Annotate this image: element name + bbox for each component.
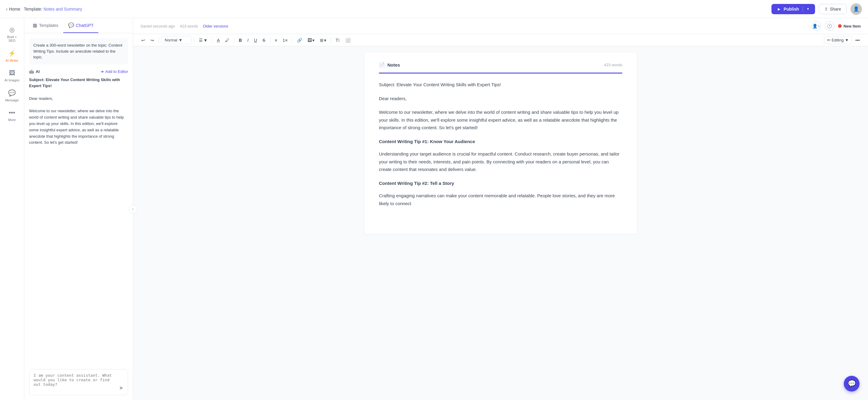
sidebar-item-ai-writer-label: AI Writer: [5, 59, 19, 62]
editor-meta-left: Saved seconds ago 423 words Older versio…: [141, 24, 228, 28]
redo-icon: ↪: [150, 38, 154, 43]
template-prefix: Template:: [24, 7, 42, 11]
sidebar-item-more[interactable]: ••• More: [1, 106, 23, 125]
link-button[interactable]: 🔗: [295, 36, 304, 44]
ai-robot-icon: 🤖: [29, 69, 34, 74]
doc-body[interactable]: Subject: Elevate Your Content Writing Sk…: [379, 81, 622, 207]
subject-line: Subject: Elevate Your Content Writing Sk…: [379, 81, 622, 89]
clock-icon-button[interactable]: 🕐: [825, 21, 834, 31]
template-name: Notes and Summary: [43, 7, 82, 11]
tab-chatgpt[interactable]: 💬 ChatGPT: [63, 18, 98, 33]
share-upload-icon: ⇧: [825, 7, 828, 11]
align-icon: ☰: [199, 38, 203, 43]
doc-word-count: 423 words: [604, 63, 622, 67]
ai-response-area: 🤖 AI ➔ Add to Editor Subject: Elevate Yo…: [24, 69, 133, 366]
publish-button[interactable]: ► Publish ▼: [771, 4, 815, 14]
highlight-button[interactable]: 🖊: [223, 36, 231, 44]
bold-button[interactable]: B: [237, 36, 244, 44]
new-item-label: New Item: [843, 24, 861, 28]
ai-writer-icon: ⚡: [8, 50, 16, 57]
tip2-title: Content Writing Tip #2: Tell a Story: [379, 179, 622, 187]
italic-icon: I: [247, 38, 248, 43]
share-label: Share: [830, 7, 841, 11]
text-color-icon: A: [217, 38, 220, 43]
underline-button[interactable]: U: [252, 36, 259, 44]
strikethrough-button[interactable]: S: [260, 36, 267, 44]
editor-toolbar: ↩ ↪ Normal ▼ ☰ ▼ A 🖊 B I U S ≡ 1≡ 🔗: [133, 34, 868, 46]
ai-response-text: Subject: Elevate Your Content Writing Sk…: [29, 77, 128, 146]
add-to-editor-label: Add to Editor: [105, 69, 128, 74]
sidebar-item-brief-seo[interactable]: ◎ Brief + SEO: [1, 23, 23, 45]
align-chevron-icon: ▼: [204, 38, 208, 43]
tip1-body: Understanding your target audience is cr…: [379, 150, 622, 173]
share-button[interactable]: ⇧ Share: [819, 4, 847, 14]
icon-sidebar: ◎ Brief + SEO ⚡ AI Writer 🖼 AI Images 💬 …: [0, 18, 24, 400]
panel-collapse-button[interactable]: ›: [129, 205, 137, 213]
toolbar-divider-2: [194, 37, 194, 43]
publish-arrow-icon: ►: [777, 7, 781, 11]
sidebar-item-ai-images[interactable]: 🖼 AI Images: [1, 67, 23, 85]
highlight-icon: 🖊: [225, 38, 229, 43]
editor-meta-right: 👤+ 🕐 New Item: [811, 21, 861, 31]
undo-button[interactable]: ↩: [139, 36, 147, 44]
prompt-box: Create a 300-word newsletter on the topi…: [29, 38, 128, 64]
ai-images-icon: 🖼: [9, 70, 15, 76]
brief-seo-icon: ◎: [9, 26, 14, 33]
special-char-icon: ⬜: [345, 38, 350, 43]
strikethrough-icon: S: [262, 38, 265, 43]
add-user-icon-button[interactable]: 👤+: [811, 21, 821, 31]
topbar-right: ► Publish ▼ ⇧ Share 👤: [771, 3, 862, 15]
bullet-list-icon: ≡: [275, 38, 277, 43]
panel-content: Create a 300-word newsletter on the topi…: [24, 33, 133, 400]
more-options-icon: •••: [855, 38, 860, 43]
sidebar-item-message[interactable]: 💬 Message: [1, 86, 23, 105]
bullet-list-button[interactable]: ≡: [273, 36, 279, 44]
panel-tabs: ▦ Templates 💬 ChatGPT: [24, 18, 133, 33]
editing-label: Editing: [832, 38, 844, 42]
add-to-editor-icon: ➔: [100, 69, 104, 74]
table-button[interactable]: ⊞▾: [318, 36, 329, 44]
align-button[interactable]: ☰ ▼: [197, 36, 210, 44]
clock-icon: 🕐: [827, 24, 832, 28]
doc-title-text: Notes: [388, 62, 400, 67]
clear-format-button[interactable]: T⃠: [334, 36, 342, 44]
editor-content-wrapper[interactable]: 📄 Notes 423 words Subject: Elevate Your …: [133, 46, 868, 400]
format-label: Normal: [165, 38, 177, 42]
tab-templates[interactable]: ▦ Templates: [28, 18, 63, 33]
redo-button[interactable]: ↪: [148, 36, 156, 44]
tip2-body: Crafting engaging narratives can make yo…: [379, 192, 622, 207]
text-color-button[interactable]: A: [215, 36, 222, 44]
prompt-text: Create a 300-word newsletter on the topi…: [33, 43, 122, 59]
toolbar-divider-1: [159, 37, 159, 43]
format-selector[interactable]: Normal ▼: [161, 36, 192, 44]
toolbar-divider-6: [292, 37, 292, 43]
new-item-button[interactable]: New Item: [838, 24, 861, 28]
chat-send-button[interactable]: ➤: [119, 384, 123, 391]
more-options-button[interactable]: •••: [853, 36, 862, 44]
publish-divider: [803, 6, 803, 12]
sidebar-item-ai-images-label: AI Images: [4, 79, 20, 82]
doc-header: 📄 Notes 423 words: [379, 62, 622, 73]
special-char-button[interactable]: ⬜: [343, 36, 352, 44]
sidebar-item-brief-seo-label: Brief + SEO: [4, 35, 21, 42]
saved-text: Saved seconds ago: [141, 24, 175, 28]
chat-bubble-button[interactable]: 💬: [844, 376, 860, 392]
editor-document: 📄 Notes 423 words Subject: Elevate Your …: [364, 52, 637, 234]
tab-chatgpt-label: ChatGPT: [76, 23, 94, 28]
back-home-link[interactable]: ‹ Home: [6, 7, 20, 11]
avatar[interactable]: 👤: [850, 3, 862, 15]
toolbar-divider-5: [270, 37, 270, 43]
numbered-list-button[interactable]: 1≡: [281, 36, 290, 44]
older-versions-link[interactable]: Older versions: [203, 24, 228, 28]
chat-input[interactable]: [34, 373, 117, 391]
italic-button[interactable]: I: [245, 36, 251, 44]
ai-response-header: 🤖 AI ➔ Add to Editor: [29, 69, 128, 74]
sidebar-item-ai-writer[interactable]: ⚡ AI Writer: [1, 47, 23, 65]
toolbar-divider-4: [234, 37, 234, 43]
ai-subject: Subject: Elevate Your Content Writing Sk…: [29, 78, 120, 88]
image-chevron-icon: ▾: [312, 38, 314, 43]
add-to-editor-button[interactable]: ➔ Add to Editor: [100, 69, 128, 74]
image-button[interactable]: 🖼▾: [305, 36, 317, 44]
editing-selector[interactable]: ✏ Editing ▼: [824, 36, 852, 44]
add-user-icon: 👤+: [812, 24, 820, 28]
